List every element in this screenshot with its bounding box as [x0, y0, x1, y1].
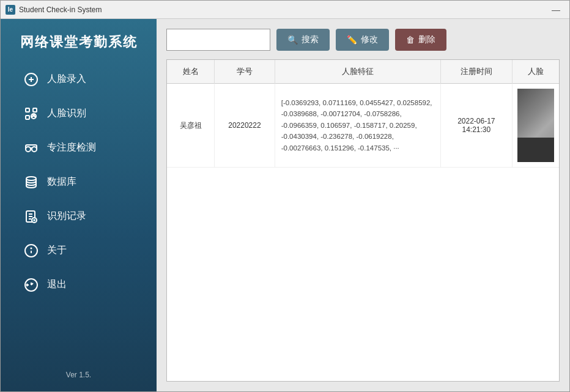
title-bar-controls: —: [547, 4, 564, 16]
svg-rect-4: [33, 108, 37, 112]
delete-button[interactable]: 🗑 删除: [395, 29, 446, 51]
plus-circle-icon: [23, 71, 40, 88]
main-window: Ie Student Check-in System — 网络课堂考勤系统: [0, 0, 570, 392]
sidebar-item-face-recognize[interactable]: 人脸识别: [10, 98, 147, 130]
nav-label-face-register: 人脸录入: [47, 73, 86, 86]
svg-rect-3: [26, 108, 29, 112]
content-area: 网络课堂考勤系统 人脸录入: [1, 19, 569, 391]
nav-label-face-recognize: 人脸识别: [47, 107, 86, 120]
app-icon: Ie: [6, 5, 15, 15]
search-icon: 🔍: [287, 35, 298, 45]
sidebar-title: 网络课堂考勤系统: [14, 19, 144, 64]
database-icon: [23, 174, 40, 191]
sidebar-item-database[interactable]: 数据库: [10, 166, 147, 198]
binoculars-icon: [23, 139, 40, 157]
records-icon: [23, 208, 40, 225]
minimize-button[interactable]: —: [547, 4, 564, 16]
col-header-id: 学号: [215, 60, 275, 84]
sidebar-nav: 人脸录入 人脸识别: [1, 64, 157, 364]
sidebar-item-focus-detect[interactable]: 专注度检测: [10, 132, 147, 164]
sidebar-item-records[interactable]: 识别记录: [10, 201, 147, 232]
sidebar-item-face-register[interactable]: 人脸录入: [10, 64, 147, 95]
toolbar: 🔍 搜索 ✏️ 修改 🗑 删除: [166, 29, 560, 51]
cell-photo: [512, 84, 559, 168]
info-icon: [23, 242, 40, 259]
delete-label: 删除: [418, 34, 435, 45]
main-content: 🔍 搜索 ✏️ 修改 🗑 删除 姓名: [157, 19, 569, 391]
logout-icon: [23, 276, 40, 294]
col-header-photo: 人脸: [512, 60, 559, 84]
cell-student-id: 20220222: [215, 84, 275, 168]
photo-image: [517, 89, 554, 162]
col-header-time: 注册时间: [440, 60, 512, 84]
search-label: 搜索: [302, 34, 319, 45]
sidebar-item-logout[interactable]: 退出: [10, 269, 147, 301]
cell-reg-time: 2022-06-17 14:21:30: [440, 84, 512, 168]
version-label: Ver 1.5.: [60, 364, 97, 385]
search-button[interactable]: 🔍 搜索: [276, 29, 330, 51]
svg-rect-5: [26, 116, 29, 119]
col-header-feature: 人脸特征: [275, 60, 440, 84]
cell-face-feature: [-0.0369293, 0.0711169, 0.0455427, 0.025…: [275, 84, 440, 168]
search-input[interactable]: [166, 29, 270, 51]
data-table-wrapper: 姓名 学号 人脸特征 注册时间 人脸 吴彦祖 20220222 [-0.0369…: [166, 59, 560, 382]
face-id-icon: [23, 105, 40, 122]
modify-button[interactable]: ✏️ 修改: [336, 29, 389, 51]
modify-label: 修改: [361, 34, 378, 45]
nav-label-focus-detect: 专注度检测: [47, 141, 96, 154]
table-row: 吴彦祖 20220222 [-0.0369293, 0.0711169, 0.0…: [167, 84, 559, 168]
col-header-name: 姓名: [167, 60, 215, 84]
trash-icon: 🗑: [406, 35, 415, 45]
sidebar-item-about[interactable]: 关于: [10, 235, 147, 267]
title-bar: Ie Student Check-in System —: [1, 1, 569, 19]
svg-point-9: [32, 147, 37, 152]
cell-name: 吴彦祖: [167, 84, 215, 168]
title-bar-left: Ie Student Check-in System: [6, 5, 102, 15]
table-header-row: 姓名 学号 人脸特征 注册时间 人脸: [167, 60, 559, 84]
svg-point-11: [26, 177, 36, 180]
nav-label-logout: 退出: [47, 278, 67, 291]
svg-point-8: [26, 147, 31, 152]
nav-label-about: 关于: [47, 244, 67, 257]
window-title: Student Check-in System: [19, 6, 102, 14]
nav-label-records: 识别记录: [47, 210, 86, 223]
sidebar: 网络课堂考勤系统 人脸录入: [1, 19, 157, 391]
nav-label-database: 数据库: [47, 176, 76, 188]
edit-icon: ✏️: [347, 35, 357, 45]
data-table: 姓名 学号 人脸特征 注册时间 人脸 吴彦祖 20220222 [-0.0369…: [167, 60, 559, 168]
